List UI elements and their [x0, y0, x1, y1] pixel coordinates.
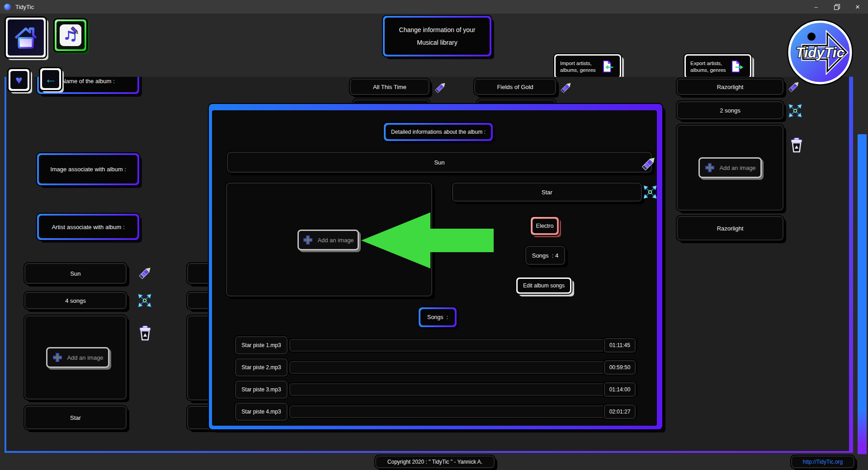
- album-name-box-sun: Sun: [24, 262, 127, 285]
- genre-badge[interactable]: Electro: [530, 216, 560, 236]
- album-artist-text: Razorlight: [717, 225, 744, 232]
- genre-text: Electro: [536, 223, 554, 229]
- logo-text: TidyTic: [796, 45, 844, 61]
- green-pointer-arrow: [361, 212, 494, 269]
- songs-header: Songs :: [418, 306, 458, 328]
- trash-icon[interactable]: [788, 137, 805, 153]
- home-icon: [11, 23, 41, 52]
- song-file-name: Star piste 3.mp3: [241, 386, 281, 393]
- album-details-dialog: Detailed informations about the album : …: [208, 103, 663, 430]
- music-edit-icon: [60, 24, 81, 46]
- page-title-line1: Change information of your: [399, 26, 476, 33]
- song-file-name: Star piste 1.mp3: [241, 342, 281, 348]
- favorites-button[interactable]: ♥: [7, 68, 31, 92]
- export-icon: [730, 59, 744, 74]
- page-title-line2: Musical library: [417, 39, 457, 46]
- expand-icon[interactable]: [642, 184, 658, 200]
- album-name-value: Sun: [434, 159, 444, 166]
- song-progress-bar: [288, 382, 637, 397]
- pencil-icon[interactable]: [434, 80, 448, 94]
- song-file-name: Star piste 4.mp3: [241, 409, 281, 415]
- album-name-box-allthistime: All This Time: [349, 78, 430, 96]
- album-songcount-box: 2 songs: [676, 100, 784, 120]
- minimize-button[interactable]: –: [806, 0, 826, 14]
- window-title: TidyTic: [15, 4, 34, 10]
- album-songcount-box: 4 songs: [24, 291, 127, 310]
- song-file-name: Star piste 2.mp3: [241, 364, 281, 371]
- back-button[interactable]: ←: [39, 67, 62, 91]
- pencil-icon[interactable]: [560, 80, 573, 94]
- label-album-image-text: Image associate with album :: [50, 166, 126, 173]
- add-image-button[interactable]: Add an image: [297, 230, 359, 250]
- website-link-box[interactable]: http://TidyTic.org: [790, 455, 855, 469]
- home-button[interactable]: [5, 16, 47, 59]
- album-artist-box: Star: [24, 405, 127, 430]
- dialog-title: Detailed informations about the album :: [383, 122, 494, 142]
- import-icon: [599, 59, 614, 74]
- songs-header-text: Songs :: [427, 314, 448, 320]
- artist-value: Star: [542, 189, 552, 196]
- add-image-label: Add an image: [719, 164, 755, 171]
- scrollbar-thumb[interactable]: [858, 134, 867, 454]
- restore-button[interactable]: [826, 0, 847, 14]
- album-songcount-text: 4 songs: [65, 297, 86, 304]
- album-songcount-text: 2 songs: [720, 107, 741, 114]
- tidytic-logo: TidyTic: [786, 18, 854, 87]
- plus-icon: [52, 352, 63, 363]
- song-progress-bar: [288, 404, 637, 419]
- back-arrow-icon: ←: [44, 73, 57, 85]
- edit-album-songs-button[interactable]: Edit album songs: [515, 277, 572, 295]
- page-title: Change information of your Musical libra…: [382, 15, 492, 57]
- song-duration: 01:14:00: [609, 386, 631, 393]
- label-album-artist-text: Artist associate with album :: [52, 224, 124, 230]
- label-album-image: Image associate with album :: [36, 152, 140, 186]
- dialog-title-text: Detailed informations about the album :: [391, 129, 486, 135]
- pencil-icon[interactable]: [138, 265, 153, 280]
- pencil-icon[interactable]: [641, 155, 658, 172]
- album-name-text: All This Time: [373, 84, 406, 90]
- plus-icon: [704, 162, 715, 173]
- artist-field: Star: [451, 182, 643, 202]
- trash-icon[interactable]: [137, 325, 153, 341]
- song-duration: 00:59:50: [609, 364, 631, 371]
- label-album-artist: Artist associate with album :: [36, 213, 140, 241]
- expand-icon[interactable]: [137, 293, 152, 308]
- album-name-text: Sun: [70, 270, 80, 277]
- close-button[interactable]: ✕: [847, 0, 868, 14]
- label-album-name-text: Name of the album :: [61, 78, 114, 85]
- add-image-label: Add an image: [67, 354, 103, 361]
- export-label-line2: albums, genres: [690, 67, 726, 73]
- container-border-left: [5, 77, 6, 453]
- album-name-field: Sun: [226, 151, 653, 174]
- song-duration: 01:11:45: [609, 342, 630, 348]
- container-border-bottom: [5, 451, 853, 453]
- export-button[interactable]: Export artists, albums, genres: [684, 53, 752, 80]
- plus-icon: [302, 235, 313, 245]
- add-image-label: Add an image: [317, 237, 354, 244]
- album-artist-box: Razorlight: [676, 215, 784, 241]
- album-name-box-fieldsofgold: Fields of Gold: [473, 78, 557, 96]
- app-icon: [4, 4, 11, 10]
- song-progress-bar: [288, 338, 637, 352]
- titlebar: TidyTic – ✕: [0, 0, 868, 14]
- restore-icon: [834, 4, 840, 10]
- songs-count-text: Songs : 4: [532, 252, 559, 259]
- import-label-line1: Import artists,: [560, 61, 596, 66]
- album-name-box-razorlight: Razorlight: [676, 78, 784, 96]
- songs-count-box: Songs : 4: [524, 245, 566, 266]
- export-label-line1: Export artists,: [690, 61, 726, 66]
- add-image-button[interactable]: Add an image: [698, 157, 762, 178]
- import-button[interactable]: Import artists, albums, genres: [553, 53, 622, 80]
- import-label-line2: albums, genres: [560, 67, 596, 73]
- edit-music-button[interactable]: [53, 18, 88, 52]
- album-name-text: Fields of Gold: [497, 84, 533, 90]
- container-border-right: [849, 77, 853, 453]
- song-progress-bar: [288, 360, 637, 375]
- heart-icon: ♥: [15, 74, 22, 86]
- copyright-text: Copyright 2020 : " TidyTic " - Yannick A…: [387, 459, 482, 465]
- expand-icon[interactable]: [788, 103, 803, 118]
- website-link[interactable]: http://TidyTic.org: [803, 459, 843, 465]
- add-image-button[interactable]: Add an image: [46, 347, 109, 368]
- edit-album-songs-label: Edit album songs: [523, 282, 565, 289]
- album-name-text: Razorlight: [717, 84, 744, 90]
